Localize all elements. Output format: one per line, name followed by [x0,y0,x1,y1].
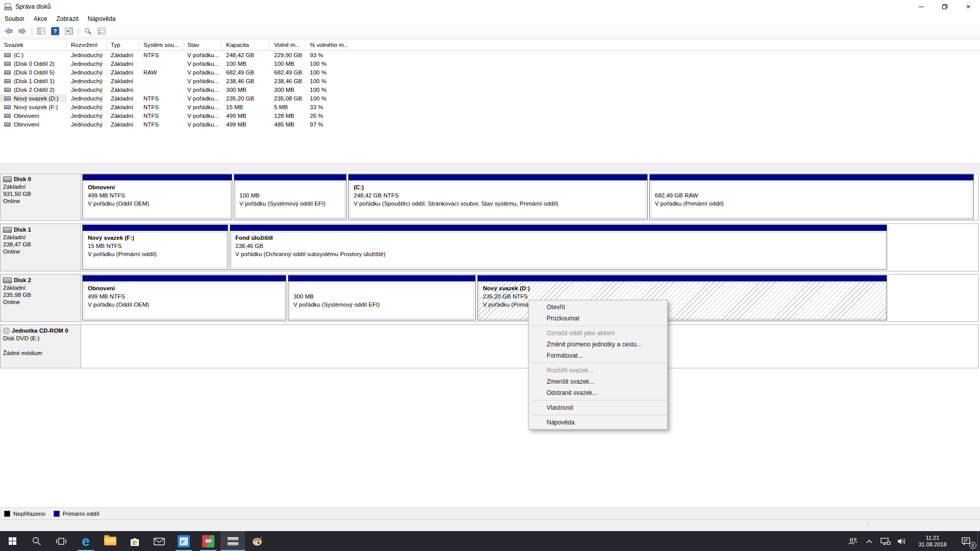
volume-row[interactable]: ObnoveníJednoduchýZákladníNTFSV pořádku.… [0,120,980,129]
help-icon[interactable]: ? [50,26,61,36]
taskbar-hw-app-button[interactable] [196,531,220,551]
partition[interactable]: Nový svazek (F:)15 MB NTFSV pořádku (Pri… [82,224,228,270]
cdrom-disc: Disk DVD (E:) [3,335,78,342]
disk-kind: Základní [3,234,78,241]
search-button[interactable] [24,531,49,551]
minimize-button[interactable] [910,0,933,13]
pane-splitter[interactable] [0,163,980,171]
status-bar-divider [868,522,868,529]
disk-management-icon [227,537,239,546]
volume-cell: 93 % [306,51,348,59]
partition[interactable]: Fond úložiště238,46 GBV pořádku (Ochrann… [230,224,887,270]
action-pane-icon[interactable] [63,26,75,36]
volume-row[interactable]: Nový svazek (D:)JednoduchýZákladníNTFSV … [0,94,980,103]
disk-header[interactable]: Disk 0Základní931,50 GBOnline [1,173,81,220]
disk-header[interactable]: Disk 2Základní235,98 GBOnline [1,274,81,321]
volume-row[interactable]: (Disk 2 Oddíl 2)JednoduchýZákladníV pořá… [0,85,980,94]
taskbar-blue-app-button[interactable] [172,531,196,551]
disk-management-app-icon [4,3,12,11]
context-menu-item[interactable]: Změnit písmeno jednotky a cestu... [529,339,667,350]
menu-akce[interactable]: Akce [29,13,52,24]
partition-size: 15 MB NTFS [88,242,223,250]
task-view-button[interactable] [49,531,74,551]
partition-size: 235,20 GB NTFS [483,292,881,300]
column-header-stav[interactable]: Stav [183,39,222,50]
disk-status: Online [3,248,78,255]
column-header-rozvrzeni[interactable]: Rozvržení [67,39,107,50]
disk-icon [3,177,12,182]
network-button[interactable] [877,531,894,551]
volume-cell: V pořádku... [183,51,222,59]
volume-cell: 238,46 GB [270,77,306,85]
legend-item: Nepřiřazeno [4,511,45,517]
column-header-volne-misto[interactable]: Volné m... [270,39,306,50]
console-tree-icon[interactable] [36,26,47,36]
context-menu-item[interactable]: Odstranit svazek... [529,387,667,398]
view-options-icon[interactable] [96,26,107,36]
column-header-typ[interactable]: Typ [107,39,139,50]
restore-button[interactable] [933,0,957,13]
taskbar-store-button[interactable] [122,531,147,551]
partition-size: 100 MB [239,191,341,199]
context-menu-item[interactable]: Zmenšit svazek... [529,376,667,387]
toolbar: ? [0,24,980,38]
volume-row[interactable]: ObnoveníJednoduchýZákladníNTFSV pořádku.… [0,111,980,120]
people-button[interactable] [845,531,861,551]
volume-name: (Disk 2 Oddíl 2) [14,87,55,93]
system-tray: 11:21 31.08.2018 2 [845,531,980,551]
column-header-svazek[interactable]: Svazek [0,39,67,50]
menu-soubor[interactable]: Soubor [0,13,29,24]
action-center-button[interactable]: 2 [955,531,977,551]
close-button[interactable]: × [957,0,980,13]
partition-status: V pořádku (Systémový oddíl EFI) [293,300,470,309]
column-header-procento-volneho[interactable]: % volného m... [306,39,348,50]
properties-icon[interactable] [82,26,93,36]
partition[interactable]: Obnovení499 MB NTFSV pořádku (Oddíl OEM) [82,174,232,219]
partition-status: V pořádku (Primární oddíl) [88,250,223,258]
column-header-kapacita[interactable]: Kapacita [222,39,270,50]
menu-napoveda[interactable]: Nápověda [83,13,120,24]
partition[interactable]: (C:)248,42 GB NTFSV pořádku (Spouštěcí o… [348,174,648,219]
cdrom-row[interactable]: Jednotka CD-ROM 0 Disk DVD (E:) Žádné mé… [0,324,978,368]
taskbar-file-explorer-button[interactable] [98,531,122,551]
volume-cell: V pořádku... [183,94,222,103]
tray-overflow-button[interactable] [861,531,877,551]
forward-icon[interactable] [17,26,28,36]
partition[interactable]: 100 MBV pořádku (Systémový oddíl EFI) [234,174,347,219]
volume-row[interactable]: (Disk 1 Oddíl 1)JednoduchýZákladníV pořá… [0,77,980,85]
volume-cell: Základní [107,59,139,68]
disk-header[interactable]: Disk 1Základní238,47 GBOnline [1,224,81,271]
menu-zobrazit[interactable]: Zobrazit [52,13,83,24]
partition-title: (C:) [354,183,642,191]
volume-row[interactable]: (Disk 0 Oddíl 5)JednoduchýZákladníRAWV p… [0,68,980,77]
context-menu-item[interactable]: Formátovat... [529,350,667,361]
volume-cell [139,59,183,68]
cdrom-label[interactable]: Jednotka CD-ROM 0 Disk DVD (E:) Žádné mé… [1,325,81,368]
start-button[interactable] [0,531,24,551]
context-menu-item[interactable]: Nápověda [529,417,667,428]
volume-button[interactable] [894,531,910,551]
back-icon[interactable] [3,26,14,36]
taskbar-disk-management-button[interactable] [220,531,245,551]
partition[interactable]: 682,49 GB RAWV pořádku (Primární oddíl) [649,174,974,219]
volume-row[interactable]: (Disk 0 Oddíl 2)JednoduchýZákladníV pořá… [0,59,980,68]
disk-size: 238,47 GB [3,241,78,248]
partition[interactable]: 300 MBV pořádku (Systémový oddíl EFI) [288,275,476,320]
volume-row[interactable]: Nový svazek (F:)JednoduchýZákladníNTFSV … [0,103,980,111]
column-header-system-souboru[interactable]: Systém sou... [139,39,183,50]
context-menu-item[interactable]: Prozkoumat [529,313,667,324]
taskbar-paint-button[interactable] [245,531,270,551]
legend-bar: NepřiřazenoPrimární oddíl [0,507,980,519]
context-menu-item[interactable]: Vlastnosti [529,402,667,413]
context-menu-item[interactable]: Otevřít [529,302,667,313]
taskbar-edge-button[interactable]: e [74,531,98,551]
taskbar-clock[interactable]: 11:21 31.08.2018 [910,531,955,551]
volume-row[interactable]: (C:)JednoduchýZákladníNTFSV pořádku...24… [0,51,980,59]
taskbar-mail-button[interactable] [147,531,172,551]
volume-cell: 100 % [306,77,348,85]
task-view-icon [56,537,67,546]
show-desktop-button[interactable] [977,531,980,551]
disk-status: Online [3,298,78,306]
partition[interactable]: Obnovení499 MB NTFSV pořádku (Oddíl OEM) [82,275,286,320]
volume-list-header: Svazek Rozvržení Typ Systém sou... Stav … [0,39,980,51]
